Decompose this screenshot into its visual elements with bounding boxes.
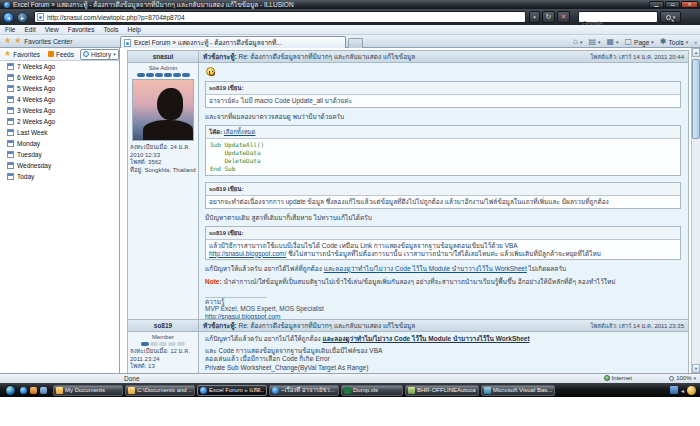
menu-edit[interactable]: Edit [24, 26, 35, 33]
menu-tools[interactable]: Tools [103, 26, 118, 33]
url-field[interactable]: http://snasui.com/viewtopic.php?p=8704#p… [34, 11, 526, 23]
forum-post-2: so819 หัวข้อกระทู้: Re: ต้องการดึงข้อมูล… [127, 319, 689, 373]
history-item[interactable]: 4 Weeks Ago [0, 94, 119, 105]
post-subject: Re: ต้องการดึงข้อมูลจากที่มีมากๆ และกลับ… [237, 53, 416, 60]
menu-help[interactable]: Help [128, 26, 141, 33]
feeds-button[interactable]: ▤▾ [588, 38, 600, 46]
quick-launch-switcher-icon[interactable] [40, 387, 47, 394]
scroll-up-arrow[interactable]: ▲ [692, 48, 700, 57]
title-bar: Excel Forum » แสดงกระทู้ - ต้องการดึงข้อ… [0, 0, 700, 9]
location: ที่อยู่: Songkhla, Thailand [130, 167, 196, 175]
joined-date: ลงทะเบียนเมื่อ: 24 ม.ค. 2010 12:33 [130, 144, 196, 159]
taskbar-button-bhr-offline[interactable]: BHR-OFFLINEAutoca... [405, 385, 479, 396]
quick-launch-desktop-icon[interactable] [30, 387, 37, 394]
post-author[interactable]: snasui [128, 51, 199, 62]
zone-label: Internet [612, 375, 632, 381]
start-button[interactable] [5, 385, 16, 396]
history-tab[interactable]: History▾ [80, 49, 119, 60]
taskbar-button-excel-forum[interactable]: Excel Forum » แสด... [197, 385, 267, 396]
post-date: โพสต์แล้ว: เสาร์ 14 ม.ค. 2011 23:35 [590, 321, 688, 331]
browser-tab[interactable]: Excel Forum » แสดงกระทู้ - ต้องการดึงข้อ… [120, 36, 346, 48]
refresh-button[interactable]: ↻ [542, 11, 555, 23]
history-item[interactable]: Today [0, 171, 119, 182]
command-overflow-chevron[interactable]: » [694, 39, 697, 45]
history-item[interactable]: 2 Weeks Ago [0, 116, 119, 127]
menu-view[interactable]: View [45, 26, 59, 33]
url-dropdown[interactable]: ▾ [529, 11, 540, 23]
taskbar: My Documents C:\Documents and ... Excel … [0, 383, 700, 397]
taskbar-button-visual-basic[interactable]: Microsoft Visual Bas... [481, 385, 555, 396]
tray-clock-icon[interactable] [687, 386, 696, 395]
history-item[interactable]: Wednesday [0, 160, 119, 171]
page-button[interactable]: ▢Page▾ [625, 38, 654, 46]
maximize-button[interactable]: ▭ [665, 1, 680, 8]
avatar [132, 79, 194, 141]
tools-button[interactable]: ✱Tools▾ [660, 38, 688, 46]
message-body: แก้ปัญหาได้แล้วครับ อยากไม่ได้ให้ถูกต้อง… [199, 332, 688, 373]
blogspot-link[interactable]: http://snasui.blogspot.com/ [209, 250, 286, 257]
taskbar-button-documents[interactable]: C:\Documents and ... [125, 385, 195, 396]
scrollbar-thumb[interactable] [692, 59, 700, 139]
home-button[interactable]: ⌂▾ [573, 38, 582, 46]
history-item[interactable]: 5 Weeks Ago [0, 83, 119, 94]
zoom-icon [669, 376, 674, 381]
quick-launch-ie-icon[interactable] [20, 387, 27, 394]
history-item[interactable]: 7 Weeks Ago [0, 61, 119, 72]
add-favorite-icon[interactable]: ★ [14, 37, 21, 45]
back-button[interactable]: ◄ [3, 12, 14, 23]
url-text[interactable]: http://snasui.com/viewtopic.php?p=8704#p… [47, 14, 523, 21]
stop-button[interactable]: ✕ [557, 11, 570, 23]
favorites-tab[interactable]: ★Favorites [2, 49, 42, 59]
favorites-center-panel: ★Favorites Feeds History▾ × 7 Weeks Ago … [0, 48, 120, 373]
scroll-down-arrow[interactable]: ▼ [692, 364, 700, 373]
post-paragraph: และ Code การแสดงข้อมูลจากฐานข้อมูลเดิมเม… [205, 347, 683, 355]
signature-line: ความรู้ [205, 298, 683, 306]
post-author[interactable]: so819 [128, 320, 199, 331]
address-bar: ◄ ► http://snasui.com/viewtopic.php?p=87… [0, 9, 700, 25]
new-tab-button[interactable] [348, 38, 363, 48]
quote-text: อาจารย์ค่ะ ไม่มี macro Code Update_all ม… [206, 95, 680, 107]
select-all-link[interactable]: เลือกทั้งหมด [224, 129, 256, 135]
taskbar-button-mydocuments[interactable]: My Documents [53, 385, 123, 396]
message-body: so819 เขียน: อาจารย์ค่ะ ไม่มี macro Code… [199, 63, 688, 330]
history-item[interactable]: 3 Weeks Ago [0, 105, 119, 116]
smiley-icon [206, 67, 215, 76]
calendar-icon [7, 85, 14, 92]
forward-button[interactable]: ► [17, 12, 28, 23]
tab-title: Excel Forum » แสดงกระทู้ - ต้องการดึงข้อ… [134, 38, 282, 48]
tray-chevron-icon[interactable]: ◂ [681, 387, 684, 394]
quote-text: ซึ่งไม่สามารถนำข้อมูลที่ไม่ต้องการมานั้น… [286, 250, 601, 257]
minimize-button[interactable]: ▁ [649, 1, 664, 8]
vertical-scrollbar[interactable]: ▲ ▼ [691, 48, 700, 373]
search-button[interactable]: ▾ [660, 11, 681, 23]
print-button[interactable]: ▦▾ [606, 38, 618, 46]
taskbar-button-dump-xls[interactable]: Dump.xls [341, 385, 403, 396]
forum-post-1: snasui หัวข้อกระทู้: Re: ต้องการดึงข้อมู… [127, 50, 689, 343]
taskbar-button-browser2[interactable]: ~เรื่องที่ อาจารย์ช่ว... [269, 385, 339, 396]
calendar-icon [7, 118, 14, 125]
post-paragraph: แก้ปัญหาได้แล้วครับ อยากไม่ได้ให้ถูกต้อง [205, 335, 323, 342]
quote-block: so819 เขียน: แล้วมีวิธีการสามารถใช้แบบมี… [205, 226, 681, 260]
tab-strip: ★ ★ Favorites Center Excel Forum » แสดงก… [0, 35, 700, 48]
post-paragraph: มีปัญหาตามเดิม สูตรที่เดิมมาก็เสียหาย ไม… [205, 214, 683, 222]
menu-file[interactable]: File [5, 26, 15, 33]
menu-favorites[interactable]: Favorites [68, 26, 95, 33]
close-button[interactable]: ✕ [681, 1, 698, 8]
history-item[interactable]: Monday [0, 138, 119, 149]
inline-link[interactable]: และลองดูว่าทำไม/ไม่วาง Code ไว้ใน Module… [324, 265, 527, 272]
quote-block: so819 เขียน: อยากจะทำต่อเนื่องจากการ upd… [205, 182, 681, 209]
history-item[interactable]: Tuesday [0, 149, 119, 160]
author-rank: Site Admin [130, 65, 196, 71]
history-item[interactable]: Last Week [0, 127, 119, 138]
calendar-icon [7, 107, 14, 114]
calendar-icon [7, 151, 14, 158]
code-label: โค้ด: [209, 129, 222, 135]
feeds-tab[interactable]: Feeds [46, 50, 76, 59]
page-favicon [37, 13, 44, 21]
tray-network-icon[interactable] [670, 386, 678, 394]
history-item[interactable]: 6 Weeks Ago [0, 72, 119, 83]
favorites-center-icon[interactable]: ★ [4, 37, 11, 45]
zoom-control[interactable]: 100% ▾ [669, 375, 696, 381]
history-tab-icon [83, 51, 89, 57]
search-box[interactable] [578, 11, 658, 23]
